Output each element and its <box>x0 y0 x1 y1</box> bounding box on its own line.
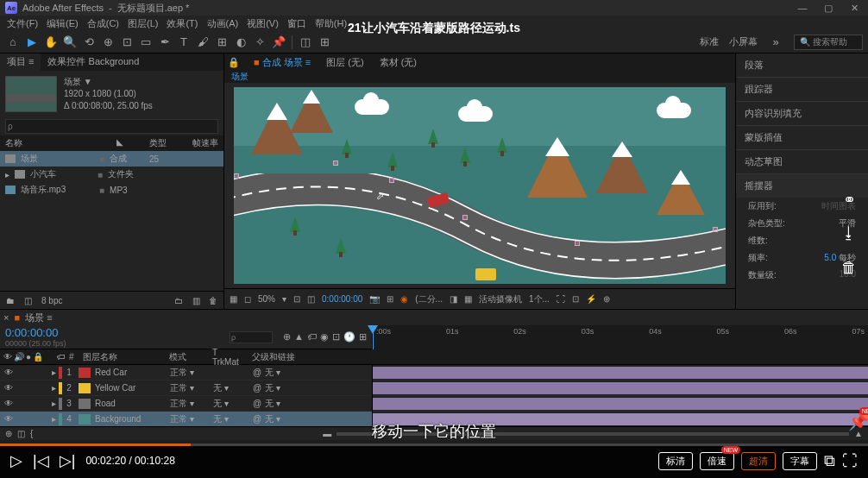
bpc-badge[interactable]: 8 bpc <box>38 293 66 307</box>
interp-icon[interactable]: 🖿 <box>3 293 17 307</box>
tl-tab-scene[interactable]: 场景 ≡ <box>25 311 52 324</box>
panel-tracker[interactable]: 跟踪器 <box>736 78 868 102</box>
vf-mask-icon[interactable]: ◫ <box>307 294 315 304</box>
vf-zoom[interactable]: 50% <box>258 294 275 304</box>
vf-cam-select[interactable]: 活动摄像机 <box>479 293 522 305</box>
pen-tool[interactable]: ✒ <box>157 35 173 50</box>
trkmat[interactable]: 无 ▾ <box>210 413 249 425</box>
progress-bar[interactable] <box>0 443 191 446</box>
anchor-tool[interactable]: ⊡ <box>119 35 135 50</box>
hand-tool[interactable]: ✋ <box>43 35 59 50</box>
vf-snapshot-icon[interactable]: 📷 <box>369 294 380 304</box>
visibility-toggle[interactable]: 👁 <box>3 383 14 393</box>
visibility-toggle[interactable]: 👁 <box>3 414 14 424</box>
tab-project[interactable]: 项目 ≡ <box>0 53 41 71</box>
pin-button[interactable]: 📌NEW <box>848 411 868 431</box>
puppet-tool[interactable]: 📌 <box>271 35 286 50</box>
maximize-button[interactable]: ▢ <box>820 3 837 14</box>
download-icon[interactable]: ⭳ <box>839 224 859 245</box>
parent-select[interactable]: 无 ▾ <box>265 382 280 394</box>
tl-icon[interactable]: ▲ <box>294 331 304 343</box>
zoom-tool[interactable]: 🔍 <box>62 35 78 50</box>
project-thumbnail[interactable] <box>5 76 57 112</box>
visibility-toggle[interactable]: 👁 <box>3 399 14 408</box>
tl-icon[interactable]: 🏷 <box>307 331 317 343</box>
project-item-folder[interactable]: ▸ 小汽车 ■ 文件夹 <box>0 167 223 182</box>
trkmat[interactable]: 无 ▾ <box>210 398 249 410</box>
menu-layer[interactable]: 图层(L) <box>128 17 158 30</box>
col-type[interactable]: 类型 <box>149 137 167 149</box>
project-item-comp[interactable]: 场景 ■ 合成 25 <box>0 151 223 167</box>
new-folder-icon[interactable]: 🗀 <box>172 293 186 307</box>
timeline-layer[interactable]: 👁 ▸ 3 Road 正常 ▾ 无 ▾ @无 ▾ <box>0 396 372 412</box>
vf-color-icon[interactable]: ◉ <box>400 294 408 304</box>
menu-effect[interactable]: 效果(T) <box>167 17 198 30</box>
menu-anim[interactable]: 动画(A) <box>207 17 239 30</box>
speed-button[interactable]: 倍速NEW <box>700 452 734 470</box>
tab-footage-none[interactable]: 素材 (无) <box>378 56 418 69</box>
panel-content-aware[interactable]: 内容识别填充 <box>736 102 868 126</box>
search-help[interactable]: 🔍 搜索帮助 <box>794 35 863 50</box>
rotate-tool[interactable]: ⊕ <box>100 35 116 50</box>
eraser-tool[interactable]: ◐ <box>233 35 248 50</box>
vf-expand-icon[interactable]: ⛶ <box>557 294 565 304</box>
caption-button[interactable]: 字幕 <box>783 452 817 470</box>
menu-window[interactable]: 窗口 <box>287 17 306 30</box>
text-tool[interactable]: T <box>176 35 192 50</box>
comp-lock-icon[interactable]: 🔒 <box>228 57 240 68</box>
vf-exp-icon[interactable]: ⚡ <box>586 294 596 304</box>
layer-bar[interactable] <box>373 382 868 394</box>
tl-icon[interactable]: ⊞ <box>359 331 367 343</box>
pickwhip-icon[interactable]: @ <box>253 368 261 377</box>
panel-paragraph[interactable]: 段落 <box>736 53 868 78</box>
shape-tool[interactable]: ▭ <box>138 35 154 50</box>
blend-mode[interactable]: 正常 ▾ <box>167 413 210 425</box>
layer-name[interactable]: Red Car <box>93 368 167 377</box>
tl-icon[interactable]: 🕐 <box>343 331 355 343</box>
vf-3d-icon[interactable]: ◨ <box>450 294 457 304</box>
stamp-tool[interactable]: ⊞ <box>214 35 230 50</box>
tl-close-icon[interactable]: × <box>3 312 9 323</box>
tab-layer-none[interactable]: 图层 (无) <box>324 56 365 69</box>
blend-mode[interactable]: 正常 ▾ <box>167 367 210 379</box>
layer-name[interactable]: Background <box>93 414 167 424</box>
blend-mode[interactable]: 正常 ▾ <box>167 398 210 410</box>
project-item-audio[interactable]: 场音乐.mp3 ■ MP3 <box>0 182 223 198</box>
vf-full-icon[interactable]: ⊡ <box>293 294 300 304</box>
tl-shy-icon[interactable]: ⊕ <box>5 429 12 438</box>
vf-grid-icon[interactable]: ▦ <box>230 294 237 304</box>
project-search[interactable] <box>5 119 218 134</box>
menu-view[interactable]: 视图(V) <box>247 17 279 30</box>
share-icon[interactable]: ⚭ <box>839 190 859 211</box>
interp-icon[interactable]: ◫ <box>21 293 35 307</box>
composition-viewer[interactable]: ⬀ <box>234 87 726 284</box>
home-icon[interactable]: ⌂ <box>5 35 21 50</box>
timeline-layer[interactable]: 👁 ▸ 2 Yellow Car 正常 ▾ 无 ▾ @无 ▾ <box>0 381 372 396</box>
orbit-tool[interactable]: ⟲ <box>81 35 97 50</box>
fullscreen-button[interactable]: ⛶ <box>842 452 858 470</box>
trash-icon[interactable]: 🗑 <box>206 293 220 307</box>
timeline-ruler[interactable]: :00s01s02s03s04s05s06s07s <box>373 325 868 349</box>
layer-bar[interactable] <box>373 367 868 379</box>
col-name[interactable]: 名称 <box>5 137 22 149</box>
pip-button[interactable]: ⧉ <box>824 452 835 470</box>
minimize-button[interactable]: — <box>794 3 811 14</box>
workspace-small[interactable]: 小屏幕 <box>729 35 758 48</box>
menu-help[interactable]: 帮助(H) <box>315 17 347 30</box>
comp-breadcrumb[interactable]: 场景 <box>224 71 735 83</box>
parent-select[interactable]: 无 ▾ <box>265 367 280 379</box>
play-button[interactable]: ▷ <box>10 451 22 470</box>
tl-switch-icon[interactable]: ◫ <box>17 429 25 438</box>
grid-icon[interactable]: ⊞ <box>317 35 332 50</box>
timeline-layer[interactable]: 👁 ▸ 1 Red Car 正常 ▾ @无 ▾ <box>0 365 372 381</box>
timeline-search[interactable] <box>230 331 273 343</box>
vf-show-icon[interactable]: ⊞ <box>387 294 393 304</box>
vf-px-icon[interactable]: ⊡ <box>572 294 579 304</box>
brush-tool[interactable]: 🖌 <box>195 35 211 50</box>
vf-time[interactable]: 0:00:00:00 <box>322 294 362 304</box>
close-button[interactable]: ✕ <box>846 3 863 14</box>
col-trkmat[interactable]: T TrkMat <box>207 348 247 367</box>
tl-icon[interactable]: ◉ <box>320 331 329 343</box>
vf-channels-icon[interactable]: ▾ <box>282 294 286 304</box>
tl-zoom-out-icon[interactable]: ▬ <box>323 429 331 438</box>
